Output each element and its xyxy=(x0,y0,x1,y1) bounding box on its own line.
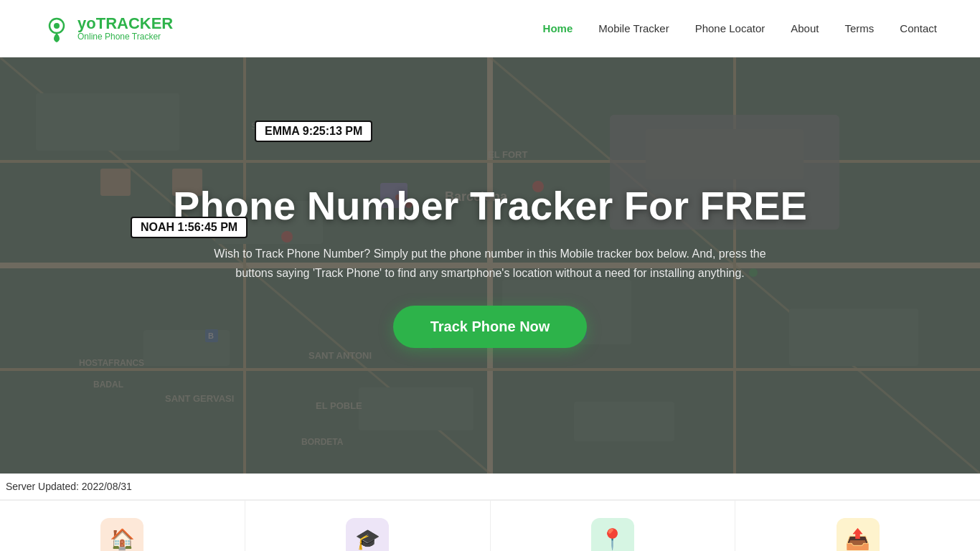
nav-item-about[interactable]: About xyxy=(791,22,819,34)
main-nav: Home Mobile Tracker Phone Locator About … xyxy=(543,22,937,34)
feature-card-1: 🎓 xyxy=(245,501,491,551)
header: yoTRACKER Online Phone Tracker Home Mobi… xyxy=(0,0,980,57)
feature-card-0: 🏠 xyxy=(0,501,245,551)
logo-subtitle: Online Phone Tracker xyxy=(77,32,173,42)
server-update-text: Server Updated: 2022/08/31 xyxy=(6,481,132,492)
map-label-noah: NOAH 1:56:45 PM xyxy=(131,217,248,238)
track-phone-button[interactable]: Track Phone Now xyxy=(393,306,588,348)
home-icon: 🏠 xyxy=(110,527,135,551)
hero-section: SANT GERVASI SANT ANTONI EL POBLE BORDET… xyxy=(0,57,980,474)
nav-item-mobile-tracker[interactable]: Mobile Tracker xyxy=(598,22,669,34)
logo-title: yoTRACKER xyxy=(77,16,173,32)
nav-item-phone-locator[interactable]: Phone Locator xyxy=(695,22,765,34)
nav-item-contact[interactable]: Contact xyxy=(900,22,937,34)
features-row: 🏠 🎓 📍 📤 xyxy=(0,500,980,551)
hero-description: Wish to Track Phone Number? Simply put t… xyxy=(196,244,784,283)
nav-item-home[interactable]: Home xyxy=(543,22,573,34)
feature-icon-2: 📍 xyxy=(591,518,634,552)
logo[interactable]: yoTRACKER Online Phone Tracker xyxy=(43,15,173,42)
svg-point-1 xyxy=(54,23,60,29)
logo-icon xyxy=(43,15,70,42)
feature-card-2: 📍 xyxy=(491,501,736,551)
graduate-icon: 🎓 xyxy=(355,527,380,551)
location-icon: 📍 xyxy=(600,527,625,551)
nav-item-terms[interactable]: Terms xyxy=(844,22,874,34)
feature-card-3: 📤 xyxy=(735,501,980,551)
server-update-bar: Server Updated: 2022/08/31 xyxy=(0,474,980,500)
feature-icon-0: 🏠 xyxy=(100,518,143,552)
feature-icon-1: 🎓 xyxy=(346,518,389,552)
hero-content: Phone Number Tracker For FREE Wish to Tr… xyxy=(0,57,980,474)
upload-icon: 📤 xyxy=(845,527,870,551)
logo-text: yoTRACKER Online Phone Tracker xyxy=(77,16,173,42)
hero-title: Phone Number Tracker For FREE xyxy=(173,183,807,229)
map-label-emma: EMMA 9:25:13 PM xyxy=(255,121,372,142)
feature-icon-3: 📤 xyxy=(837,518,880,552)
